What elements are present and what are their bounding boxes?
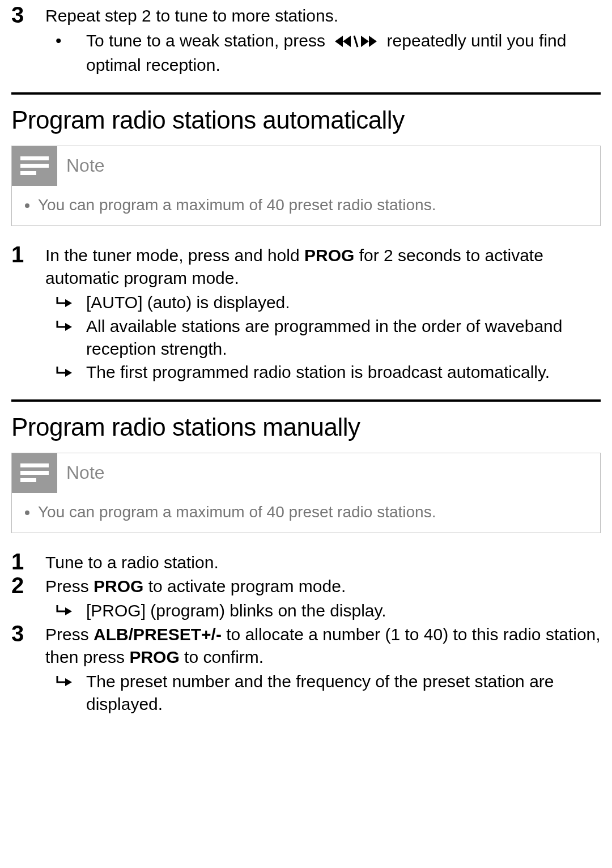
auto-steps-list: 1In the tuner mode, press and hold PROG … [11, 243, 601, 384]
bullet-dot-icon: • [45, 29, 86, 52]
svg-rect-7 [20, 171, 36, 175]
result-arrow-text: The preset number and the frequency of t… [86, 670, 601, 715]
step-number: 1 [11, 550, 45, 573]
step-number: 1 [11, 243, 45, 266]
result-arrows: [AUTO] (auto) is displayed.All available… [45, 291, 601, 383]
step-body: In the tuner mode, press and hold PROG f… [45, 243, 601, 384]
step-item: 1Tune to a radio station. [11, 550, 601, 574]
svg-rect-13 [20, 478, 36, 482]
plain-text: Press [45, 625, 94, 644]
result-arrow-item: [AUTO] (auto) is displayed. [45, 291, 601, 314]
note-header: Note [12, 453, 600, 493]
svg-marker-15 [65, 678, 72, 686]
svg-rect-12 [20, 471, 49, 475]
result-arrow-icon [45, 670, 86, 687]
result-arrows: [PROG] (program) blinks on the display. [45, 599, 386, 622]
step-text: Tune to a radio station. [45, 553, 219, 572]
bold-text: PROG [304, 246, 354, 265]
result-arrow-item: The first programmed radio station is br… [45, 361, 601, 384]
result-arrow-item: The preset number and the frequency of t… [45, 670, 601, 715]
svg-marker-1 [335, 36, 343, 47]
result-arrow-icon [45, 361, 86, 378]
step-text: Press ALB/PRESET+/- to allocate a number… [45, 625, 601, 666]
note-icon [12, 146, 57, 186]
svg-line-2 [354, 36, 358, 47]
svg-marker-9 [65, 323, 72, 331]
step-text: In the tuner mode, press and hold PROG f… [45, 246, 543, 287]
sub-bullets: • To tune to a weak station, press [45, 29, 601, 76]
note-item: You can program a maximum of 40 preset r… [38, 502, 586, 522]
plain-text: Tune to a radio station. [45, 553, 219, 572]
note-box: Note You can program a maximum of 40 pre… [11, 146, 601, 226]
plain-text: to confirm. [180, 648, 264, 666]
sub-bullet-item: • To tune to a weak station, press [45, 29, 601, 76]
sub-bullet-text: To tune to a weak station, press [86, 29, 601, 76]
step-body: Repeat step 2 to tune to more stations. … [45, 3, 601, 76]
section-heading: Program radio stations manually [11, 413, 601, 441]
manual-page: 3 Repeat step 2 to tune to more stations… [0, 0, 612, 726]
step-item: 1In the tuner mode, press and hold PROG … [11, 243, 601, 384]
svg-marker-0 [343, 36, 351, 47]
bold-text: ALB/PRESET+/- [94, 625, 222, 644]
step-item: 3Press ALB/PRESET+/- to allocate a numbe… [11, 622, 601, 715]
result-arrow-icon [45, 599, 86, 616]
note-label: Note [66, 462, 105, 483]
note-icon [12, 453, 57, 493]
svg-rect-6 [20, 164, 49, 168]
result-arrow-text: The first programmed radio station is br… [86, 361, 601, 384]
manual-steps-list: 1Tune to a radio station.2Press PROG to … [11, 550, 601, 715]
section-divider [11, 399, 601, 402]
note-body: You can program a maximum of 40 preset r… [12, 186, 600, 225]
section-heading: Program radio stations automatically [11, 106, 601, 134]
step-item: 2Press PROG to activate program mode.[PR… [11, 574, 601, 622]
intro-step-list: 3 Repeat step 2 to tune to more stations… [11, 3, 601, 76]
bold-text: PROG [129, 648, 179, 666]
plain-text: to activate program mode. [143, 577, 346, 595]
result-arrow-text: All available stations are programmed in… [86, 315, 601, 360]
result-arrow-icon [45, 315, 86, 332]
note-label: Note [66, 155, 105, 176]
step-body: Press PROG to activate program mode.[PRO… [45, 574, 386, 622]
bold-text: PROG [94, 577, 143, 595]
step-text: Repeat step 2 to tune to more stations. [45, 6, 338, 25]
step-item: 3 Repeat step 2 to tune to more stations… [11, 3, 601, 76]
result-arrow-item: [PROG] (program) blinks on the display. [45, 599, 386, 622]
plain-text: In the tuner mode, press and hold [45, 246, 304, 265]
step-number: 3 [11, 622, 45, 645]
section-manual: Program radio stations manually Note You… [11, 413, 601, 716]
step-text: Press PROG to activate program mode. [45, 577, 346, 595]
step-number: 2 [11, 574, 45, 597]
result-arrow-text: [AUTO] (auto) is displayed. [86, 291, 601, 314]
result-arrow-text: [PROG] (program) blinks on the display. [86, 599, 386, 622]
bullet-pre: To tune to a weak station, press [86, 31, 330, 50]
note-header: Note [12, 146, 600, 186]
svg-rect-11 [20, 463, 49, 467]
section-auto: Program radio stations automatically Not… [11, 106, 601, 384]
note-box: Note You can program a maximum of 40 pre… [11, 453, 601, 533]
svg-marker-14 [65, 607, 72, 615]
step-body: Press ALB/PRESET+/- to allocate a number… [45, 622, 601, 715]
result-arrows: The preset number and the frequency of t… [45, 670, 601, 715]
svg-marker-3 [361, 36, 369, 47]
svg-marker-10 [65, 369, 72, 377]
section-divider [11, 92, 601, 95]
step-body: Tune to a radio station. [45, 550, 219, 574]
result-arrow-icon [45, 291, 86, 308]
svg-marker-8 [65, 299, 72, 307]
note-body: You can program a maximum of 40 preset r… [12, 493, 600, 533]
result-arrow-item: All available stations are programmed in… [45, 315, 601, 360]
plain-text: Press [45, 577, 94, 595]
rewind-forward-icon [332, 32, 380, 54]
note-item: You can program a maximum of 40 preset r… [38, 195, 586, 215]
svg-marker-4 [369, 36, 377, 47]
svg-rect-5 [20, 156, 49, 160]
step-number: 3 [11, 3, 45, 26]
